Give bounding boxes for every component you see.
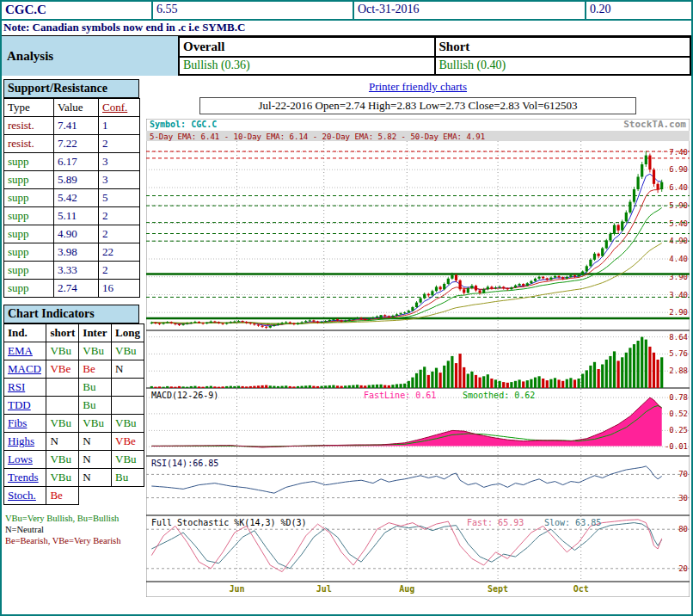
indicator-rating: VBu bbox=[112, 342, 144, 360]
support-resistance-title: Support/Resistance bbox=[3, 79, 139, 98]
main-area: Support/Resistance TypeValueConf.resist.… bbox=[2, 76, 691, 597]
indicator-rating: Bu bbox=[112, 469, 144, 487]
indicator-rating: N bbox=[79, 451, 112, 469]
analysis-overall-value: Bullish (0.36) bbox=[179, 57, 435, 75]
sr-row: resist.7.411 bbox=[4, 117, 140, 135]
indicator-rating: VBe bbox=[112, 433, 144, 451]
sr-row: supp5.893 bbox=[4, 171, 140, 189]
svg-text:2.90: 2.90 bbox=[669, 308, 688, 317]
sr-conf: 1 bbox=[99, 117, 140, 135]
sr-type: supp bbox=[4, 280, 54, 298]
svg-text:StockTA.com: StockTA.com bbox=[623, 119, 686, 130]
sr-value: 7.41 bbox=[54, 117, 99, 135]
indicator-link-stoch[interactable]: Stoch. bbox=[4, 487, 46, 505]
indicator-rating: N bbox=[79, 433, 112, 451]
indicator-link-macd[interactable]: MACD bbox=[4, 360, 46, 379]
sr-type: supp bbox=[4, 153, 54, 171]
svg-text:70: 70 bbox=[678, 470, 688, 478]
analysis-section: Analysis Overall Short Bullish (0.36) Bu… bbox=[2, 36, 691, 76]
stock-chart-image: Symbol: CGC.CStockTA.com5-Day EMA: 6.41 … bbox=[146, 119, 691, 597]
indicator-link-ema[interactable]: EMA bbox=[4, 342, 46, 360]
analysis-col-short: Short bbox=[435, 37, 691, 57]
sr-header-type: Type bbox=[4, 99, 54, 117]
svg-text:6.40: 6.40 bbox=[669, 183, 688, 192]
indicator-header-ind: Ind. bbox=[4, 324, 46, 342]
sr-row: supp5.112 bbox=[4, 207, 140, 225]
svg-text:8.64: 8.64 bbox=[669, 333, 688, 342]
indicator-header-inter: Inter bbox=[79, 324, 112, 342]
indicator-rating: VBu bbox=[46, 469, 79, 487]
sr-type: resist. bbox=[4, 117, 54, 135]
svg-text:Smoothed: 0.62: Smoothed: 0.62 bbox=[463, 391, 535, 400]
svg-text:3.40: 3.40 bbox=[669, 291, 688, 299]
indicator-rating bbox=[46, 397, 79, 415]
sr-type: supp bbox=[4, 225, 54, 243]
sr-value: 7.22 bbox=[54, 135, 99, 153]
legend-line: Be=Bearish, VBe=Very Bearish bbox=[5, 535, 143, 546]
sr-value: 2.74 bbox=[54, 280, 99, 298]
indicator-rating bbox=[112, 379, 144, 397]
analysis-short-value: Bullish (0.40) bbox=[435, 57, 691, 75]
svg-text:RSI(14):66.85: RSI(14):66.85 bbox=[151, 459, 218, 468]
indicator-rating: N bbox=[79, 469, 112, 487]
svg-text:Jul: Jul bbox=[316, 584, 332, 594]
indicator-header-short: short bbox=[46, 324, 79, 342]
indicator-rating: VBu bbox=[46, 415, 79, 433]
analysis-col-overall: Overall bbox=[179, 37, 435, 57]
svg-text:Symbol: CGC.C: Symbol: CGC.C bbox=[150, 120, 217, 129]
legend-line: N=Neutral bbox=[5, 524, 143, 535]
sr-type: supp bbox=[4, 262, 54, 280]
svg-text:6.90: 6.90 bbox=[669, 165, 688, 174]
svg-text:Oct: Oct bbox=[573, 584, 589, 594]
sr-conf: 3 bbox=[99, 153, 140, 171]
sr-value: 3.33 bbox=[54, 262, 99, 280]
sr-conf: 16 bbox=[99, 280, 140, 298]
indicator-row: TrendsVBuNBu bbox=[4, 469, 144, 487]
indicator-row: RSIBu bbox=[4, 379, 144, 397]
svg-text:0.52: 0.52 bbox=[669, 410, 688, 418]
svg-text:FastLine: 0.61: FastLine: 0.61 bbox=[364, 391, 436, 400]
indicator-rating: VBu bbox=[79, 415, 112, 433]
sr-value: 5.89 bbox=[54, 171, 99, 189]
svg-text:MACD(12-26-9): MACD(12-26-9) bbox=[151, 391, 218, 400]
indicator-rating: VBu bbox=[112, 415, 144, 433]
legend-line: VBu=Very Bullish, Bu=Bullish bbox=[5, 513, 143, 524]
indicator-link-rsi[interactable]: RSI bbox=[4, 379, 46, 397]
symbol-cell: CGC.C bbox=[2, 2, 153, 19]
indicator-link-lows[interactable]: Lows bbox=[4, 451, 46, 469]
svg-text:-0.01: -0.01 bbox=[665, 442, 688, 451]
svg-text:Jun: Jun bbox=[229, 584, 244, 594]
indicator-rating bbox=[46, 379, 79, 397]
svg-text:80: 80 bbox=[678, 525, 688, 533]
sr-header-conf[interactable]: Conf. bbox=[99, 99, 140, 117]
svg-text:Aug: Aug bbox=[399, 584, 414, 594]
indicator-row: TDDBu bbox=[4, 397, 144, 415]
indicator-rating: VBu bbox=[112, 451, 144, 469]
sr-row: supp6.173 bbox=[4, 153, 140, 171]
indicator-header-long: Long bbox=[112, 324, 144, 342]
svg-text:5-Day EMA: 6.41 - 10-Day EMA:: 5-Day EMA: 6.41 - 10-Day EMA: 6.14 - 20-… bbox=[150, 132, 485, 141]
sr-type: supp bbox=[4, 189, 54, 207]
analysis-table: Overall Short Bullish (0.36) Bullish (0.… bbox=[178, 36, 691, 76]
quote-header: CGC.C 6.55 Oct-31-2016 0.20 bbox=[2, 2, 691, 21]
indicator-link-trends[interactable]: Trends bbox=[4, 469, 46, 487]
sr-row: resist.7.222 bbox=[4, 135, 140, 153]
sr-type: resist. bbox=[4, 135, 54, 153]
support-resistance-table: TypeValueConf.resist.7.411resist.7.222su… bbox=[3, 98, 140, 298]
indicator-link-highs[interactable]: Highs bbox=[4, 433, 46, 451]
stockta-page: CGC.C 6.55 Oct-31-2016 0.20 Note: Canadi… bbox=[0, 0, 693, 616]
printer-friendly-link[interactable]: Printer friendly charts bbox=[144, 80, 691, 94]
indicator-link-fibs[interactable]: Fibs bbox=[4, 415, 46, 433]
indicator-rating bbox=[112, 397, 144, 415]
indicator-link-tdd[interactable]: TDD bbox=[4, 397, 46, 415]
indicator-row: LowsVBuNVBu bbox=[4, 451, 144, 469]
sr-row: supp3.9822 bbox=[4, 243, 140, 262]
indicator-rating: VBe bbox=[46, 360, 79, 379]
indicator-row: Stoch.Be bbox=[4, 487, 144, 505]
svg-text:4.40: 4.40 bbox=[669, 255, 688, 263]
indicator-row: EMAVBuVBuVBu bbox=[4, 342, 144, 360]
chart-indicators-title: Chart Indicators bbox=[3, 305, 139, 323]
indicator-rating: VBu bbox=[46, 451, 79, 469]
svg-text:Full Stochastic %K(14,3) %D(3): Full Stochastic %K(14,3) %D(3) bbox=[151, 518, 307, 527]
indicator-rating: Be bbox=[79, 360, 112, 379]
